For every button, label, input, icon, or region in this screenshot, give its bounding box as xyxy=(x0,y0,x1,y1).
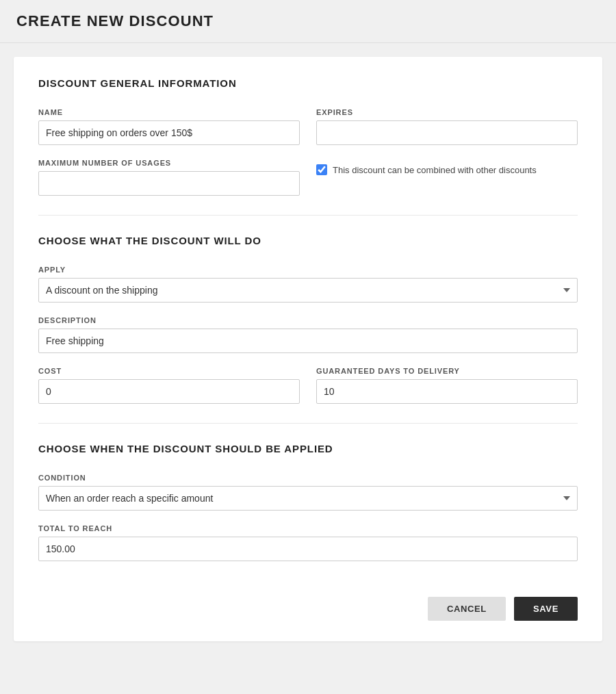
max-usages-input[interactable] xyxy=(38,171,300,196)
total-input[interactable] xyxy=(38,537,578,561)
page-title: CREATE NEW DISCOUNT xyxy=(16,12,600,30)
combinable-checkbox[interactable] xyxy=(316,164,327,175)
name-input[interactable] xyxy=(38,120,300,145)
cancel-button[interactable]: CANCEL xyxy=(428,597,506,621)
condition-label: CONDITION xyxy=(38,474,578,482)
expires-input[interactable] xyxy=(316,120,578,145)
cost-input[interactable] xyxy=(38,379,300,404)
description-input[interactable] xyxy=(38,329,578,353)
guaranteed-days-label: GUARANTEED DAYS TO DELIVERY xyxy=(316,367,578,375)
expires-label: EXPIRES xyxy=(316,108,578,116)
section-action-title: CHOOSE WHAT THE DISCOUNT WILL DO xyxy=(38,235,578,246)
name-label: NAME xyxy=(38,108,300,116)
section-condition-title: CHOOSE WHEN THE DISCOUNT SHOULD BE APPLI… xyxy=(38,443,578,454)
guaranteed-days-input[interactable] xyxy=(316,379,578,404)
apply-select[interactable]: A discount on the shipping A discount on… xyxy=(38,278,578,303)
section-general-title: DISCOUNT GENERAL INFORMATION xyxy=(38,77,578,89)
apply-label: APPLY xyxy=(38,266,578,274)
save-button[interactable]: SAVE xyxy=(514,597,578,621)
total-label: TOTAL TO REACH xyxy=(38,524,578,532)
cost-label: COST xyxy=(38,367,300,375)
description-label: DESCRIPTION xyxy=(38,316,578,324)
max-usages-label: MAXIMUM NUMBER OF USAGES xyxy=(38,159,300,167)
combinable-label: This discount can be combined with other… xyxy=(333,165,537,175)
condition-select[interactable]: When an order reach a specific amount Al… xyxy=(38,486,578,511)
